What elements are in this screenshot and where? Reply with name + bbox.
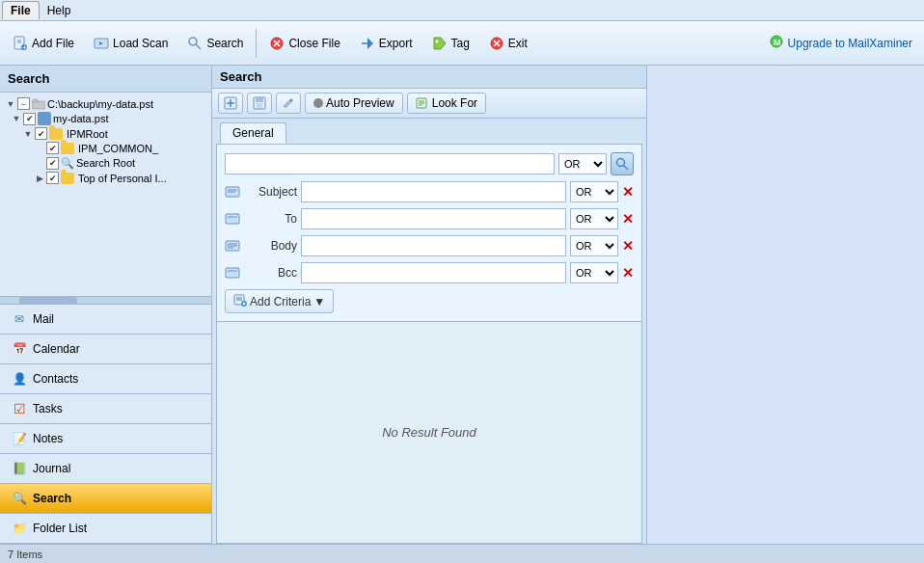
svg-rect-37: [226, 214, 239, 224]
checkbox-root[interactable]: −: [17, 97, 30, 110]
tree-label-searchroot: Search Root: [76, 157, 135, 169]
checkbox-top[interactable]: ✔: [46, 172, 59, 184]
tree-item-searchroot[interactable]: ✔ 🔍 Search Root: [4, 155, 207, 171]
nav-label-contacts: Contacts: [33, 372, 78, 386]
to-input[interactable]: [301, 208, 566, 229]
bcc-input[interactable]: [301, 262, 566, 283]
look-for-icon: [416, 96, 429, 110]
svg-text:+: +: [23, 44, 27, 51]
main-search-input[interactable]: [225, 153, 555, 174]
search-save-button[interactable]: [247, 93, 272, 114]
folder-icon-ipmcommon: [61, 143, 74, 154]
tree-scrollbar[interactable]: [0, 296, 211, 304]
body-or-select[interactable]: OR AND NOT: [570, 235, 618, 256]
checkbox-searchroot[interactable]: ✔: [46, 157, 59, 170]
nav-item-journal[interactable]: Journal: [0, 454, 211, 484]
tree-label-ipmroot: IPMRoot: [67, 128, 108, 140]
tag-button[interactable]: Tag: [423, 31, 478, 56]
bcc-label: Bcc: [244, 266, 297, 280]
contacts-icon: [12, 371, 27, 387]
subject-label: Subject: [244, 185, 297, 199]
tree-arrow-root: ▼: [6, 99, 15, 109]
add-criteria-button[interactable]: Add Criteria ▼: [225, 289, 334, 313]
tree-item-pst[interactable]: ▼ ✔ my-data.pst: [4, 111, 207, 126]
nav-label-tasks: Tasks: [33, 402, 63, 416]
nav-item-notes[interactable]: Notes: [0, 424, 211, 454]
search-toolbar-icon: [187, 36, 203, 51]
exit-button[interactable]: Exit: [480, 31, 536, 56]
look-for-label: Look For: [432, 96, 477, 110]
tasks-icon: [12, 401, 27, 416]
tree-item-root[interactable]: ▼ − C:\backup\my-data.pst: [4, 96, 207, 111]
search-new-button[interactable]: [218, 93, 243, 114]
search-toolbar-label: Search: [206, 37, 243, 50]
search-nav-icon: [12, 491, 27, 506]
center-panel: Search Auto Preview Look For General: [212, 66, 647, 544]
tab-general[interactable]: General: [220, 122, 286, 144]
body-row-icon: [225, 238, 240, 254]
main-or-select[interactable]: OR AND NOT: [558, 153, 607, 174]
upgrade-button[interactable]: M Upgrade to MailXaminer: [761, 30, 920, 56]
tree-label-top: Top of Personal I...: [78, 173, 167, 184]
results-area: No Result Found: [216, 322, 642, 544]
to-label: To: [244, 212, 297, 226]
menu-file[interactable]: File: [2, 1, 40, 19]
checkbox-ipmroot[interactable]: ✔: [35, 127, 47, 140]
tree-arrow-ipmroot: ▼: [23, 129, 33, 139]
tree-label-pst: my-data.pst: [53, 113, 108, 124]
export-button[interactable]: Export: [351, 31, 421, 56]
auto-preview-button[interactable]: Auto Preview: [305, 93, 403, 114]
nav-label-folderlist: Folder List: [33, 522, 87, 535]
load-scan-icon: [94, 36, 109, 51]
search-row-body: Body OR AND NOT ✕: [225, 235, 634, 256]
tree-item-topofpersonal[interactable]: ▶ ✔ Top of Personal I...: [4, 171, 207, 185]
export-label: Export: [379, 37, 413, 50]
load-scan-label: Load Scan: [113, 37, 168, 50]
tree-label-root: C:\backup\my-data.pst: [47, 98, 153, 110]
toolbar: + Add File Load Scan Search Close File E…: [0, 21, 924, 66]
svg-line-33: [624, 166, 629, 171]
bcc-or-select[interactable]: OR AND NOT: [570, 262, 618, 283]
menu-help[interactable]: Help: [40, 2, 79, 19]
load-scan-button[interactable]: Load Scan: [85, 31, 177, 56]
nav-item-calendar[interactable]: Calendar: [0, 335, 211, 364]
search-edit-button[interactable]: [276, 93, 301, 114]
add-file-button[interactable]: + Add File: [4, 31, 83, 56]
body-input[interactable]: [301, 235, 566, 256]
look-for-button[interactable]: Look For: [407, 93, 486, 114]
svg-rect-27: [257, 103, 262, 108]
subject-input[interactable]: [301, 181, 566, 202]
to-remove-button[interactable]: ✕: [622, 212, 634, 226]
search-toolbar-button[interactable]: Search: [178, 31, 252, 56]
search-row-main: OR AND NOT: [225, 152, 634, 175]
tree-item-ipmcommon[interactable]: ✔ IPM_COMMON_: [4, 141, 207, 155]
bcc-remove-button[interactable]: ✕: [622, 266, 634, 280]
tree-item-ipmroot[interactable]: ▼ ✔ IPMRoot: [4, 126, 207, 141]
search-row-subject: Subject OR AND NOT ✕: [225, 181, 634, 202]
nav-item-tasks[interactable]: Tasks: [0, 394, 211, 424]
body-remove-button[interactable]: ✕: [622, 239, 634, 253]
nav-item-contacts[interactable]: Contacts: [0, 364, 211, 394]
checkbox-ipmcommon[interactable]: ✔: [46, 142, 59, 154]
svg-rect-43: [226, 268, 239, 278]
toolbar-separator-1: [256, 29, 257, 58]
checkbox-pst[interactable]: ✔: [23, 113, 36, 125]
left-panel: Search ▼ − C:\backup\my-data.pst ▼ ✔ my-…: [0, 66, 212, 544]
search-root-icon: 🔍: [61, 156, 74, 170]
nav-item-mail[interactable]: Mail: [0, 305, 211, 335]
search-form: OR AND NOT Subject OR AND NOT: [216, 144, 642, 322]
run-search-button[interactable]: [611, 152, 634, 175]
folderlist-icon: [12, 521, 27, 536]
exit-label: Exit: [508, 37, 528, 50]
to-or-select[interactable]: OR AND NOT: [570, 208, 618, 229]
close-file-button[interactable]: Close File: [260, 31, 348, 56]
body-label: Body: [244, 239, 297, 253]
subject-remove-button[interactable]: ✕: [622, 185, 634, 199]
subject-or-select[interactable]: OR AND NOT: [570, 181, 618, 202]
nav-item-search[interactable]: Search: [0, 484, 211, 514]
svg-rect-26: [256, 97, 263, 102]
nav-item-folderlist[interactable]: Folder List: [0, 514, 211, 544]
nav-label-search: Search: [33, 492, 71, 505]
add-file-label: Add File: [32, 37, 74, 50]
add-criteria-row: Add Criteria ▼: [225, 289, 634, 313]
